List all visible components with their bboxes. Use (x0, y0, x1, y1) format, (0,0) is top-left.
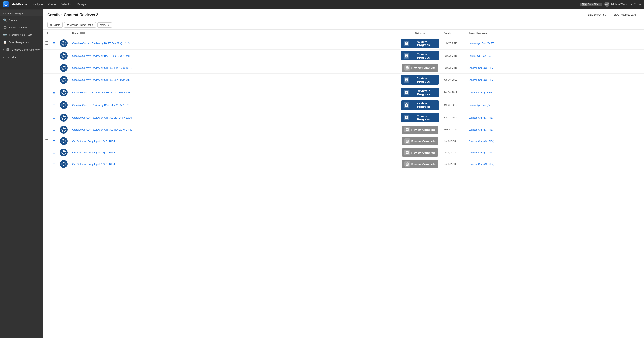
sidebar-item-photos-label: Product Photo Drafts (9, 33, 32, 36)
sidebar-item-more[interactable]: ▶ ··· More (0, 53, 43, 61)
row-checkbox-cell (43, 86, 50, 99)
more-icon: ··· (6, 55, 10, 59)
row-expand-icon[interactable]: ⊞ (53, 104, 55, 107)
row-checkbox[interactable] (45, 78, 48, 81)
status-badge[interactable]: Review Complete (402, 160, 438, 168)
delete-label: Delete (54, 24, 60, 26)
row-expand-icon[interactable]: ⊞ (53, 128, 55, 131)
pm-link[interactable]: Lammertyn, Bart (BART) (469, 42, 494, 45)
status-badge[interactable]: Review in Progress (401, 38, 439, 48)
row-expand-icon[interactable]: ⊞ (53, 151, 55, 154)
row-checkbox[interactable] (45, 41, 48, 45)
row-checkbox[interactable] (45, 91, 48, 94)
status-label: Review Complete (412, 163, 436, 166)
sync-icon (3, 25, 7, 29)
status-edit-icon[interactable]: ✏ (423, 32, 426, 35)
name-column-header[interactable]: Name 12 (70, 30, 399, 37)
pm-link[interactable]: Janczar, Chris (CHRISJ) (469, 67, 494, 69)
row-expand-icon[interactable]: ⊞ (53, 42, 55, 45)
row-expand-icon[interactable]: ⊞ (53, 54, 55, 57)
sidebar-item-tasks[interactable]: 📋 Task Management (0, 38, 43, 46)
status-badge[interactable]: Review in Progress (401, 51, 439, 60)
row-expand-icon[interactable]: ⊞ (53, 140, 55, 143)
item-name-link[interactable]: Creative Content Review by CHRISJ Nov 20… (72, 128, 132, 131)
row-expand-icon[interactable]: ⊞ (53, 66, 55, 69)
status-badge[interactable]: Review Complete (402, 64, 438, 72)
more-expand-icon: ▶ (3, 56, 5, 58)
logo[interactable]: MediaBeacon (3, 1, 27, 7)
thumb-header (58, 30, 70, 37)
change-status-button[interactable]: ⚑ Change Project Status (64, 22, 96, 27)
pm-link[interactable]: Lammertyn, Bart (BART) (469, 104, 494, 107)
row-thumb-cell (58, 147, 70, 158)
sidebar-item-search[interactable]: 🔍 Search (0, 16, 43, 24)
pm-link[interactable]: Janczar, Chris (CHRISJ) (469, 91, 494, 94)
status-column-header[interactable]: Status ✏ (399, 30, 441, 37)
topnav-right: BPM Demo BPM ▾ AW Addison Wasson ▾ ? ↪ (580, 2, 641, 7)
item-name-link[interactable]: Get Set Max: Early Input (23) CHRISJ (72, 163, 115, 166)
pm-link[interactable]: Janczar, Chris (CHRISJ) (469, 117, 494, 119)
row-checkbox[interactable] (45, 54, 48, 57)
row-expand-icon[interactable]: ⊞ (53, 91, 55, 94)
user-menu[interactable]: AW Addison Wasson ▾ (604, 2, 632, 7)
bpm-selector[interactable]: BPM Demo BPM ▾ (580, 2, 602, 6)
row-checkbox[interactable] (45, 151, 48, 154)
nav-manage[interactable]: Manage (74, 0, 89, 8)
item-name-link[interactable]: Get Set Max: Early Input (26) CHRISJ (72, 140, 115, 143)
row-pm-cell: Janczar, Chris (CHRISJ) (466, 62, 644, 74)
item-name-link[interactable]: Creative Content Review by CHRISJ Jan 30… (72, 91, 130, 94)
status-icon (404, 150, 410, 155)
row-expand-icon[interactable]: ⊞ (53, 163, 55, 166)
status-badge[interactable]: Review Complete (402, 149, 438, 157)
item-name-link[interactable]: Creative Content Review by CHRISJ Jan 30… (72, 78, 130, 81)
row-pm-cell: Janczar, Chris (CHRISJ) (466, 158, 644, 170)
row-name-cell: Creative Content Review by BART Jan 25 @… (70, 99, 399, 111)
item-name-link[interactable]: Creative Content Review by CHRISJ Jan 24… (72, 116, 132, 119)
row-status-cell: Review Complete (399, 147, 441, 158)
pm-link[interactable]: Janczar, Chris (CHRISJ) (469, 129, 494, 131)
status-badge[interactable]: Review in Progress (401, 88, 439, 97)
nav-create[interactable]: Create (46, 0, 58, 8)
signout-icon[interactable]: ↪ (638, 2, 641, 6)
row-checkbox[interactable] (45, 103, 48, 106)
row-checkbox[interactable] (45, 66, 48, 69)
sidebar-item-reviews[interactable]: ▶ Creative Content Review (0, 46, 43, 53)
status-icon (404, 115, 409, 120)
status-label: Review Complete (412, 128, 436, 131)
row-expand-icon[interactable]: ⊞ (53, 78, 55, 81)
row-pm-cell: Janczar, Chris (CHRISJ) (466, 74, 644, 86)
status-badge[interactable]: Review Complete (402, 137, 438, 145)
nav-selection[interactable]: Selection (58, 0, 74, 8)
pm-link[interactable]: Janczar, Chris (CHRISJ) (469, 79, 494, 81)
row-checkbox[interactable] (45, 162, 48, 165)
row-expand-icon[interactable]: ⊞ (53, 116, 55, 119)
bpm-text: Demo BPM (588, 3, 598, 5)
item-name-link[interactable]: Creative Content Review by CHRISJ Feb 15… (72, 66, 132, 69)
save-excel-button[interactable]: Save Results to Excel (611, 12, 639, 17)
item-name-link[interactable]: Creative Content Review by BART Jan 25 @… (72, 104, 130, 107)
status-badge[interactable]: Review in Progress (401, 100, 439, 110)
status-badge[interactable]: Review in Progress (401, 113, 439, 122)
item-name-link[interactable]: Creative Content Review by BART Feb 19 @… (72, 54, 130, 57)
created-column-header[interactable]: Created ↓ (441, 30, 466, 37)
row-checkbox[interactable] (45, 116, 48, 119)
select-all-checkbox[interactable] (45, 32, 48, 34)
status-badge[interactable]: Review in Progress (401, 75, 439, 84)
sidebar-item-photos[interactable]: 📷 Product Photo Drafts (0, 31, 43, 38)
pm-link[interactable]: Janczar, Chris (CHRISJ) (469, 140, 494, 143)
pm-link[interactable]: Janczar, Chris (CHRISJ) (469, 163, 494, 166)
more-button[interactable]: More... ▾ (98, 22, 112, 27)
pm-link[interactable]: Lammertyn, Bart (BART) (469, 55, 494, 57)
status-badge[interactable]: Review Complete (402, 126, 438, 134)
item-name-link[interactable]: Creative Content Review by BART Feb 22 @… (72, 42, 130, 45)
help-icon[interactable]: ? (634, 2, 636, 6)
status-icon (404, 138, 410, 144)
item-name-link[interactable]: Get Set Max: Early Input (25) CHRISJ (72, 151, 115, 154)
nav-navigate[interactable]: Navigate (30, 0, 45, 8)
save-search-button[interactable]: Save Search As... (585, 12, 609, 17)
delete-button[interactable]: 🗑 Delete (47, 22, 63, 27)
row-checkbox[interactable] (45, 139, 48, 143)
sidebar-item-synced[interactable]: Synced with me (0, 24, 43, 31)
pm-link[interactable]: Janczar, Chris (CHRISJ) (469, 151, 494, 154)
row-checkbox[interactable] (45, 128, 48, 131)
